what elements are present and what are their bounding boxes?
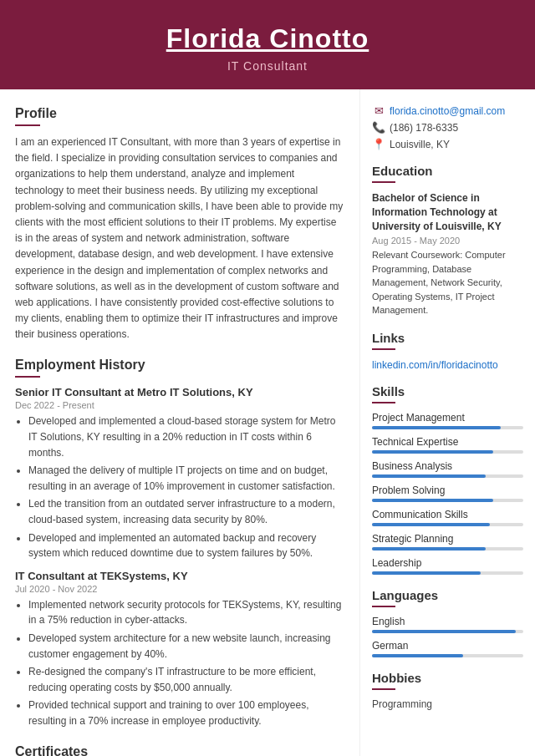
employment-divider: [15, 376, 40, 378]
edu-coursework: Relevant Coursework: Computer Programmin…: [372, 248, 523, 317]
bullet-2-2: Developed system architecture for a new …: [28, 631, 344, 662]
job-date-1: Dec 2022 - Present: [15, 400, 344, 410]
certificates-section: Certificates Certified Information Syste…: [15, 744, 344, 756]
links-title: Links: [372, 331, 523, 345]
skill-name: Technical Expertise: [372, 436, 523, 448]
email-link[interactable]: florida.cinotto@gmail.com: [390, 105, 505, 117]
skill-bar-bg: [372, 450, 523, 454]
skill-bar-fill: [372, 499, 493, 502]
lang-bar-fill: [372, 654, 463, 657]
skill-item: Communication Skills: [372, 509, 523, 526]
phone-text: (186) 178-6335: [390, 122, 458, 134]
certificates-title: Certificates: [15, 744, 344, 756]
skill-item: Business Analysis: [372, 460, 523, 478]
lang-bar-bg: [372, 654, 523, 657]
language-item: English: [372, 616, 523, 633]
profile-title: Profile: [15, 106, 344, 121]
email-icon: ✉: [372, 104, 385, 117]
skill-bar-fill: [372, 474, 486, 478]
skill-bar-bg: [372, 426, 523, 429]
skill-bar-fill: [372, 571, 481, 575]
candidate-name: Florida Cinotto: [17, 23, 518, 54]
skill-name: Problem Solving: [372, 485, 523, 496]
employment-section: Employment History Senior IT Consultant …: [15, 358, 344, 728]
edu-dates: Aug 2015 - May 2020: [372, 236, 523, 246]
contact-phone: 📞 (186) 178-6335: [372, 121, 523, 134]
bullet-1-4: Developed and implemented an automated b…: [28, 530, 344, 561]
contact-section: ✉ florida.cinotto@gmail.com 📞 (186) 178-…: [372, 104, 523, 150]
resume-header: Florida Cinotto IT Consultant: [0, 0, 535, 89]
skill-bar-fill: [372, 450, 493, 454]
contact-location: 📍 Louisville, KY: [372, 138, 523, 150]
education-title: Education: [372, 164, 523, 178]
skill-item: Project Management: [372, 412, 523, 429]
links-section: Links linkedin.com/in/floridacinotto: [372, 331, 523, 371]
resume-body: Profile I am an experienced IT Consultan…: [0, 89, 535, 756]
job-date-2: Jul 2020 - Nov 2022: [15, 584, 344, 594]
location-text: Louisville, KY: [390, 139, 450, 150]
hobbies-section: Hobbies Programming: [372, 671, 523, 710]
job-title-1: Senior IT Consultant at Metro IT Solutio…: [15, 386, 344, 398]
hobbies-list: Programming: [372, 698, 523, 710]
linkedin-link[interactable]: linkedin.com/in/floridacinotto: [372, 359, 498, 371]
skill-name: Strategic Planning: [372, 533, 523, 545]
links-divider: [372, 348, 395, 350]
lang-bar-bg: [372, 630, 523, 633]
employment-title: Employment History: [15, 358, 344, 373]
skill-bar-bg: [372, 547, 523, 551]
education-divider: [372, 181, 395, 183]
skill-bar-fill: [372, 426, 501, 429]
skill-name: Leadership: [372, 557, 523, 569]
edu-degree: Bachelor of Science in Information Techn…: [372, 191, 523, 233]
lang-name: German: [372, 640, 523, 652]
bullet-2-1: Implemented network security protocols f…: [28, 597, 344, 628]
languages-title: Languages: [372, 588, 523, 602]
skill-bar-fill: [372, 523, 490, 526]
skills-list: Project Management Technical Expertise B…: [372, 412, 523, 575]
hobbies-title: Hobbies: [372, 671, 523, 685]
skill-name: Project Management: [372, 412, 523, 424]
job-title-2: IT Consultant at TEKSystems, KY: [15, 570, 344, 582]
candidate-title: IT Consultant: [17, 59, 518, 73]
job-bullets-1: Developed and implemented a cloud-based …: [15, 414, 344, 561]
language-item: German: [372, 640, 523, 657]
skill-bar-bg: [372, 474, 523, 478]
left-column: Profile I am an experienced IT Consultan…: [0, 89, 359, 756]
profile-text: I am an experienced IT Consultant, with …: [15, 134, 344, 342]
profile-section: Profile I am an experienced IT Consultan…: [15, 106, 344, 342]
bullet-2-3: Re-designed the company's IT infrastruct…: [28, 664, 344, 695]
hobbies-divider: [372, 688, 395, 690]
bullet-1-1: Developed and implemented a cloud-based …: [28, 414, 344, 460]
location-icon: 📍: [372, 138, 385, 150]
bullet-1-2: Managed the delivery of multiple IT proj…: [28, 463, 344, 494]
languages-divider: [372, 606, 395, 607]
skill-item: Problem Solving: [372, 485, 523, 502]
contact-email: ✉ florida.cinotto@gmail.com: [372, 104, 523, 117]
profile-divider: [15, 124, 40, 126]
bullet-2-4: Provided technical support and training …: [28, 698, 344, 728]
resume-container: Florida Cinotto IT Consultant Profile I …: [0, 0, 535, 756]
skill-bar-fill: [372, 547, 486, 551]
education-section: Education Bachelor of Science in Informa…: [372, 164, 523, 317]
skill-name: Communication Skills: [372, 509, 523, 520]
skill-name: Business Analysis: [372, 460, 523, 472]
skill-item: Strategic Planning: [372, 533, 523, 551]
right-column: ✉ florida.cinotto@gmail.com 📞 (186) 178-…: [359, 89, 535, 756]
skills-title: Skills: [372, 384, 523, 398]
lang-name: English: [372, 616, 523, 627]
languages-section: Languages English German: [372, 588, 523, 657]
skill-item: Technical Expertise: [372, 436, 523, 454]
skills-divider: [372, 402, 395, 403]
job-bullets-2: Implemented network security protocols f…: [15, 597, 344, 729]
skills-section: Skills Project Management Technical Expe…: [372, 384, 523, 575]
hobby-item: Programming: [372, 698, 523, 710]
skill-bar-bg: [372, 499, 523, 502]
skill-bar-bg: [372, 523, 523, 526]
lang-bar-fill: [372, 630, 516, 633]
skill-item: Leadership: [372, 557, 523, 575]
bullet-1-3: Led the transition from an outdated serv…: [28, 496, 344, 527]
languages-list: English German: [372, 616, 523, 657]
skill-bar-bg: [372, 571, 523, 575]
phone-icon: 📞: [372, 121, 385, 134]
